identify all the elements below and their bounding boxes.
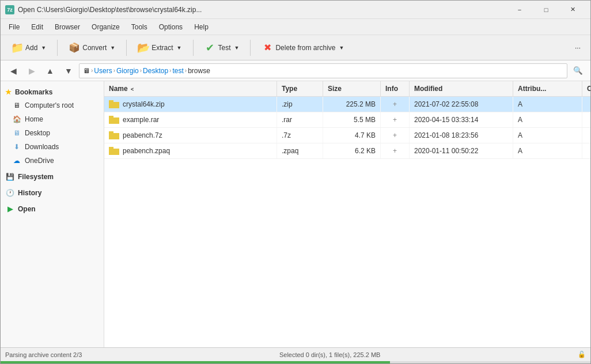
test-dropdown-arrow[interactable]: ▼: [234, 45, 240, 51]
sidebar-label-onedrive: OneDrive: [25, 157, 54, 165]
toolbar-sep-3: [193, 40, 194, 56]
file-type-cell: .7z: [277, 128, 323, 143]
col-size-label: Size: [328, 85, 342, 93]
main-area: ★ Bookmarks 🖥 Computer's root 🏠 Home 🖥 D…: [1, 81, 590, 347]
menu-item-file[interactable]: File: [3, 21, 25, 33]
bookmarks-label: Bookmarks: [15, 88, 52, 96]
add-dropdown-arrow[interactable]: ▼: [41, 45, 46, 51]
sidebar-label-home: Home: [25, 115, 43, 123]
search-button[interactable]: 🔍: [570, 63, 586, 79]
up-button[interactable]: ▲: [42, 63, 58, 79]
extract-button[interactable]: 📂 Extract ▼: [131, 38, 188, 58]
minimize-button[interactable]: −: [506, 1, 533, 19]
col-size[interactable]: Size: [323, 81, 381, 96]
sidebar: ★ Bookmarks 🖥 Computer's root 🏠 Home 🖥 D…: [1, 81, 104, 347]
close-button[interactable]: ✕: [559, 1, 586, 19]
convert-label: Convert: [82, 44, 107, 52]
table-row[interactable]: crystal64k.zip .zip 225.2 MB + 2021-07-0…: [104, 97, 590, 112]
maximize-button[interactable]: □: [533, 1, 559, 19]
convert-dropdown-arrow[interactable]: ▼: [110, 45, 115, 51]
col-modified[interactable]: Modified: [410, 81, 513, 96]
file-name: peabench.7z: [123, 131, 162, 139]
menu-item-browser[interactable]: Browser: [49, 21, 86, 33]
add-label: Add: [25, 44, 37, 52]
info-plus-icon[interactable]: +: [393, 131, 397, 139]
add-button[interactable]: 📁 Add ▼: [5, 38, 52, 58]
col-attributes[interactable]: Attribu...: [513, 81, 582, 96]
star-icon: ★: [5, 88, 12, 96]
progress-bar: [1, 361, 390, 363]
extract-dropdown-arrow[interactable]: ▼: [177, 45, 182, 51]
extract-label: Extract: [151, 44, 173, 52]
sidebar-item-home[interactable]: 🏠 Home: [1, 112, 104, 126]
convert-button[interactable]: 📦 Convert ▼: [62, 38, 122, 58]
delete-dropdown-arrow[interactable]: ▼: [339, 45, 344, 51]
menu-item-options[interactable]: Options: [153, 21, 188, 33]
svg-rect-2: [109, 102, 119, 108]
sidebar-label-downloads: Downloads: [25, 143, 59, 151]
svg-rect-3: [109, 100, 113, 103]
table-row[interactable]: peabench.zpaq .zpaq 6.2 KB + 2020-01-11 …: [104, 143, 590, 159]
menu-item-edit[interactable]: Edit: [25, 21, 49, 33]
bc-giorgio[interactable]: Giorgio: [116, 67, 139, 75]
menu-item-tools[interactable]: Tools: [126, 21, 153, 33]
col-info[interactable]: Info: [381, 81, 410, 96]
file-info-cell[interactable]: +: [381, 143, 410, 158]
file-info-cell[interactable]: +: [381, 112, 410, 127]
file-info-cell[interactable]: +: [381, 128, 410, 143]
delete-label: Delete from archive: [275, 44, 335, 52]
col-name[interactable]: Name <: [104, 81, 277, 96]
more-button[interactable]: ···: [570, 38, 586, 58]
history-header[interactable]: 🕐 History: [1, 186, 104, 200]
open-header[interactable]: ▶ Open: [1, 202, 104, 216]
computer-icon: 🖥: [12, 101, 21, 110]
info-plus-icon[interactable]: +: [393, 116, 397, 124]
sidebar-item-onedrive[interactable]: ☁ OneDrive: [1, 154, 104, 168]
dropdown-nav-button[interactable]: ▼: [60, 63, 77, 79]
info-plus-icon[interactable]: +: [393, 100, 397, 108]
filesystem-header[interactable]: 💾 Filesystem: [1, 170, 104, 184]
bc-desktop[interactable]: Desktop: [143, 67, 168, 75]
bc-test[interactable]: test: [172, 67, 183, 75]
col-type[interactable]: Type: [277, 81, 323, 96]
col-crc32[interactable]: CRC32: [582, 81, 590, 96]
home-icon: 🏠: [12, 115, 21, 124]
file-size-cell: 5.5 MB: [323, 112, 381, 127]
toolbar: 📁 Add ▼ 📦 Convert ▼ 📂 Extract ▼ ✔ Test ▼…: [1, 35, 590, 60]
file-folder-icon: [109, 115, 119, 124]
table-row[interactable]: peabench.7z .7z 4.7 KB + 2021-01-08 18:2…: [104, 128, 590, 143]
file-info-cell[interactable]: +: [381, 97, 410, 112]
file-attributes-cell: A: [513, 97, 582, 112]
menu-item-organize[interactable]: Organize: [86, 21, 126, 33]
col-crc32-label: CRC32: [587, 85, 590, 93]
history-label: History: [18, 189, 41, 197]
back-button[interactable]: ◀: [5, 63, 21, 79]
forward-button[interactable]: ▶: [24, 63, 40, 79]
more-label: ···: [575, 44, 581, 52]
bookmarks-header[interactable]: ★ Bookmarks: [1, 86, 104, 98]
file-type-cell: .zip: [277, 97, 323, 112]
extract-icon: 📂: [138, 42, 149, 54]
file-list: Name < Type Size Info Modified Attribu..…: [104, 81, 590, 347]
sidebar-item-desktop[interactable]: 🖥 Desktop: [1, 126, 104, 140]
file-crc32-cell: [582, 97, 590, 112]
addressbar: ◀ ▶ ▲ ▼ 🖥 › Users › Giorgio › Desktop › …: [1, 60, 590, 81]
bc-users[interactable]: Users: [94, 67, 112, 75]
downloads-icon: ⬇: [12, 142, 21, 151]
menu-item-help[interactable]: Help: [188, 21, 214, 33]
history-section: 🕐 History: [1, 186, 104, 200]
svg-rect-6: [109, 117, 119, 124]
file-size-cell: 6.2 KB: [323, 143, 381, 158]
delete-button[interactable]: ✖ Delete from archive ▼: [255, 38, 350, 58]
file-modified-cell: 2020-04-15 03:33:14: [410, 112, 513, 127]
sidebar-item-computers-root[interactable]: 🖥 Computer's root: [1, 98, 104, 112]
table-row[interactable]: example.rar .rar 5.5 MB + 2020-04-15 03:…: [104, 112, 590, 128]
bc-browse: browse: [188, 67, 210, 75]
file-name-cell: example.rar: [104, 112, 277, 127]
file-name-cell: peabench.zpaq: [104, 143, 277, 158]
test-button[interactable]: ✔ Test ▼: [198, 38, 246, 58]
sidebar-item-downloads[interactable]: ⬇ Downloads: [1, 140, 104, 154]
titlebar: 7z Open C:\Users\Giorgio\Desktop\test\br…: [1, 1, 590, 19]
info-plus-icon[interactable]: +: [393, 147, 397, 155]
file-modified-cell: 2021-07-02 22:55:08: [410, 97, 513, 112]
